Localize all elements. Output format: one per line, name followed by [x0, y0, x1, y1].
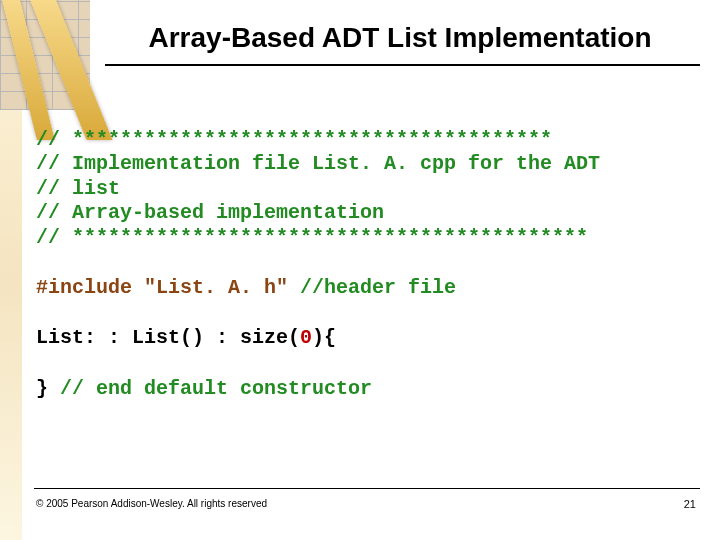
copyright-footer: © 2005 Pearson Addison-Wesley. All right… [36, 498, 700, 509]
page-number: 21 [684, 498, 696, 510]
ctor-line: List: : List() : size(0){ [36, 326, 700, 350]
close-brace: } [36, 377, 60, 400]
comment-block: // *************************************… [36, 128, 700, 250]
ctor-post: ){ [312, 326, 336, 349]
rule-top [105, 64, 700, 66]
code-line: // *************************************… [36, 226, 700, 250]
left-accent-bar [0, 110, 22, 540]
ctor-pre: List: : List() : size( [36, 326, 300, 349]
code-line: // Implementation file List. A. cpp for … [36, 152, 700, 176]
end-comment: // end default constructor [60, 377, 372, 400]
ctor-zero: 0 [300, 326, 312, 349]
include-file: "List. A. h" [144, 276, 288, 299]
slide-body: // *************************************… [36, 128, 700, 401]
include-directive: #include [36, 276, 144, 299]
rule-bottom [34, 488, 700, 489]
include-line: #include "List. A. h" //header file [36, 276, 700, 300]
code-line: // list [36, 177, 700, 201]
end-line: } // end default constructor [36, 377, 700, 401]
include-comment: //header file [288, 276, 456, 299]
slide-title: Array-Based ADT List Implementation [0, 22, 700, 54]
code-line: // Array-based implementation [36, 201, 700, 225]
code-line: // *************************************… [36, 128, 700, 152]
corner-graphic [0, 0, 90, 110]
